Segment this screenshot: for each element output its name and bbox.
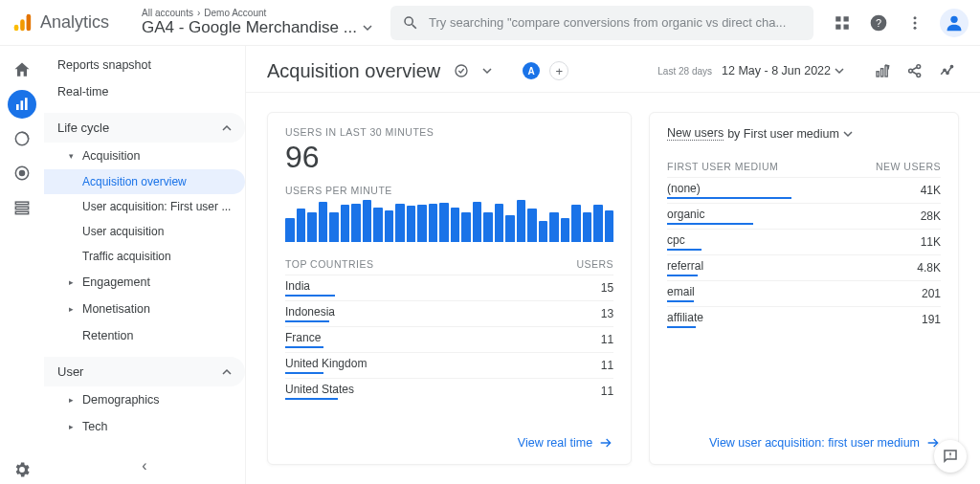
all-users-badge[interactable]: A [523, 62, 540, 79]
feedback-button[interactable] [934, 440, 967, 473]
sidebar-tech[interactable]: Tech [44, 413, 245, 440]
more-vert-icon[interactable] [903, 11, 926, 34]
svg-point-31 [950, 65, 952, 67]
table-row[interactable]: France11 [285, 326, 613, 352]
search-input[interactable]: Try searching "compare conversions from … [390, 6, 813, 40]
rail-admin-gear-icon[interactable] [8, 455, 36, 484]
svg-rect-24 [881, 69, 883, 77]
sidebar-monetisation[interactable]: Monetisation [44, 296, 245, 322]
sidebar-retention[interactable]: Retention [44, 322, 245, 349]
rail-explore-icon[interactable] [8, 124, 36, 153]
rail-advertising-icon[interactable] [8, 159, 36, 187]
property-picker[interactable]: All accounts › Demo Account GA4 - Google… [142, 8, 390, 37]
svg-rect-0 [14, 24, 19, 30]
search-icon [402, 14, 419, 32]
svg-point-30 [947, 72, 948, 74]
svg-rect-6 [844, 24, 849, 29]
col-top-countries: TOP COUNTRIES [285, 258, 373, 270]
svg-point-12 [950, 15, 957, 22]
value-users-30: 96 [285, 140, 613, 175]
sidebar-user-acq-first[interactable]: User acquisition: First user ... [44, 194, 245, 219]
svg-rect-14 [21, 100, 24, 110]
svg-rect-21 [15, 211, 28, 214]
card-realtime-users: USERS IN LAST 30 MINUTES 96 USERS PER MI… [267, 112, 632, 465]
col-first-user-medium: FIRST USER MEDIUM [667, 161, 778, 172]
sidebar-demographics[interactable]: Demographics [44, 386, 245, 413]
svg-rect-3 [835, 16, 840, 21]
date-preset-label: Last 28 days [657, 66, 712, 77]
add-comparison-button[interactable]: + [549, 61, 568, 80]
sidebar-collapse-icon[interactable]: ‹ [142, 457, 146, 474]
sidebar-reports-snapshot[interactable]: Reports snapshot [44, 52, 245, 78]
edit-report-icon[interactable] [871, 59, 894, 82]
svg-rect-1 [20, 19, 25, 31]
chevron-down-icon[interactable] [482, 66, 492, 76]
svg-rect-2 [27, 13, 32, 30]
col-users: USERS [576, 258, 613, 270]
table-row[interactable]: email201 [667, 280, 941, 306]
svg-rect-23 [877, 72, 879, 77]
svg-rect-25 [885, 66, 887, 77]
search-placeholder: Try searching "compare conversions from … [429, 15, 786, 30]
svg-rect-4 [844, 16, 849, 21]
col-new-users: NEW USERS [876, 161, 941, 172]
card2-dimension-picker[interactable]: New users by First user medium [667, 126, 941, 143]
table-row[interactable]: (none)41K [667, 177, 941, 203]
svg-point-18 [20, 171, 25, 176]
sidebar-acquisition[interactable]: Acquisition [44, 143, 245, 169]
label-users-30: USERS IN LAST 30 MINUTES [285, 126, 613, 138]
user-avatar[interactable] [940, 9, 969, 37]
sidebar-realtime[interactable]: Real-time [44, 78, 245, 105]
svg-rect-5 [835, 24, 840, 29]
view-user-acquisition-link[interactable]: View user acquisition: first user medium [667, 426, 941, 451]
rail-home-icon[interactable] [8, 55, 36, 84]
table-row[interactable]: cpc11K [667, 229, 941, 254]
table-row[interactable]: United States11 [285, 378, 613, 404]
property-name: GA4 - Google Merchandise ... [142, 18, 357, 37]
svg-point-29 [944, 69, 946, 71]
svg-rect-19 [15, 202, 28, 205]
svg-rect-20 [15, 207, 28, 209]
table-row[interactable]: organic28K [667, 203, 941, 229]
svg-text:?: ? [876, 17, 881, 29]
table-row[interactable]: referral4.8K [667, 254, 941, 280]
table-row[interactable]: United Kingdom11 [285, 352, 613, 378]
breadcrumb: All accounts › Demo Account [142, 8, 390, 18]
verified-check-icon[interactable] [450, 59, 473, 82]
chevron-right-icon: › [197, 8, 200, 18]
chevron-up-icon [222, 123, 232, 133]
page-title: Acquisition overview [267, 60, 440, 82]
rail-configure-icon[interactable] [8, 193, 36, 222]
sidebar-section-lifecycle[interactable]: Life cycle [44, 113, 245, 143]
chevron-down-icon [363, 23, 372, 33]
brand-label: Analytics [40, 12, 109, 33]
sidebar-traffic-acquisition[interactable]: Traffic acquisition [44, 244, 245, 269]
chevron-up-icon [222, 367, 232, 377]
sidebar-acquisition-overview[interactable]: Acquisition overview [44, 169, 245, 194]
rail-reports-icon[interactable] [8, 90, 36, 119]
view-realtime-link[interactable]: View real time [285, 426, 613, 451]
date-range-picker[interactable]: 12 May - 8 Jun 2022 [722, 64, 844, 77]
svg-point-10 [914, 21, 917, 24]
apps-icon[interactable] [831, 11, 854, 34]
card-first-user-medium: New users by First user medium FIRST USE… [649, 112, 959, 465]
insights-icon[interactable] [936, 59, 959, 82]
table-row[interactable]: affiliate191 [667, 306, 941, 332]
svg-point-9 [914, 16, 917, 19]
sidebar-engagement[interactable]: Engagement [44, 269, 245, 296]
share-icon[interactable] [903, 59, 926, 82]
users-per-minute-chart [285, 200, 613, 242]
analytics-logo-icon [11, 12, 33, 33]
svg-point-11 [914, 26, 917, 29]
table-row[interactable]: India15 [285, 275, 613, 300]
label-users-per-minute: USERS PER MINUTE [285, 185, 613, 196]
help-icon[interactable]: ? [867, 11, 890, 34]
sidebar-user-acquisition[interactable]: User acquisition [44, 219, 245, 244]
sidebar-section-user[interactable]: User [44, 357, 245, 386]
svg-rect-15 [25, 98, 28, 110]
svg-point-22 [456, 65, 467, 77]
table-row[interactable]: Indonesia13 [285, 300, 613, 326]
svg-rect-13 [16, 104, 19, 110]
